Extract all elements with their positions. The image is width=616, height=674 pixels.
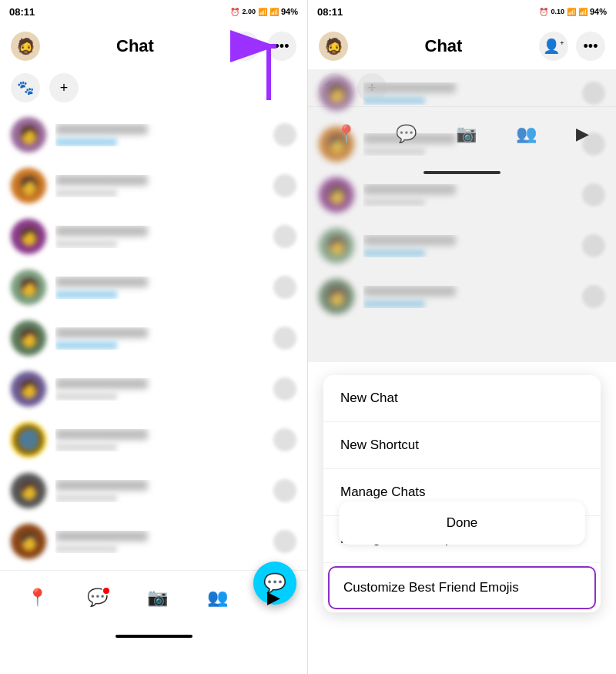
- chat-item[interactable]: 🧑: [0, 262, 307, 313]
- chat-badge: [102, 586, 111, 595]
- avatar: 🧑: [11, 219, 46, 254]
- nav-camera[interactable]: 📷: [147, 588, 168, 608]
- chat-item[interactable]: 🧑: [0, 160, 307, 211]
- chat-item[interactable]: 🌀: [0, 414, 307, 465]
- left-home-indicator: [116, 635, 192, 638]
- right-header-icons: 👤+ •••: [539, 32, 605, 61]
- right-more-icon: •••: [584, 39, 598, 55]
- chat-name: [55, 378, 148, 389]
- chat-name: [55, 531, 148, 542]
- chat-item[interactable]: 🧑: [0, 313, 307, 364]
- data-icon-right: 0.10: [551, 8, 564, 15]
- left-header-icons: 👤+ •••: [230, 32, 296, 61]
- chat-item[interactable]: 🧑: [0, 516, 307, 567]
- chat-time: [273, 479, 296, 502]
- signal-icon-right: 📶: [578, 8, 588, 16]
- signal-icon: 📶: [270, 8, 279, 16]
- right-time: 08:11: [317, 6, 343, 18]
- nav-chat[interactable]: 💬: [87, 588, 108, 608]
- right-panel: 08:11 ⏰ 0.10 📶 📶 94% 🧔 Chat 👤+ ••• 🐾 +: [308, 0, 616, 674]
- chat-name: [55, 277, 148, 287]
- avatar: 🧑: [11, 473, 46, 508]
- left-status-bar: 08:11 ⏰ 2.00 📶 📶 94%: [0, 0, 307, 23]
- chat-item[interactable]: 🧑: [0, 364, 307, 414]
- new-chat-item[interactable]: New Chat: [323, 375, 601, 422]
- chat-preview: [55, 494, 117, 502]
- avatar: 🧑: [11, 168, 46, 203]
- alarm-icon-right: ⏰: [539, 8, 548, 16]
- map-icon: 📍: [27, 588, 48, 608]
- right-avatar[interactable]: 🧔: [319, 32, 348, 61]
- customize-emojis-item[interactable]: Customize Best Friend Emojis: [328, 566, 596, 609]
- add-friend-button[interactable]: 👤+: [230, 32, 259, 61]
- right-status-bar: 08:11 ⏰ 0.10 📶 📶 94%: [308, 0, 616, 23]
- chat-time: [273, 377, 296, 401]
- chat-preview: [55, 392, 117, 401]
- battery-right: 94%: [590, 7, 607, 16]
- dropdown-menu: New Chat New Shortcut Manage Chats Manag…: [323, 375, 601, 612]
- avatar: 🧑: [11, 371, 46, 407]
- more-options-button[interactable]: •••: [267, 32, 296, 61]
- plus-icon: +: [60, 80, 69, 96]
- chat-time: [273, 123, 296, 146]
- avatar: 🌀: [11, 422, 46, 458]
- left-header: 🧔 Chat 👤+ •••: [0, 23, 307, 69]
- chat-item[interactable]: 🧑: [0, 465, 307, 516]
- wifi-icon: 📶: [258, 8, 267, 16]
- left-panel: 08:11 ⏰ 2.00 📶 📶 94% 🧔 Chat 👤+ •••: [0, 0, 308, 674]
- left-status-icons: ⏰ 2.00 📶 📶 94%: [230, 7, 298, 16]
- camera-icon: 📷: [147, 588, 168, 608]
- chat-time: [273, 276, 296, 299]
- avatar: 🧑: [11, 117, 46, 153]
- battery-left: 94%: [281, 7, 298, 16]
- new-story-button[interactable]: +: [49, 73, 79, 102]
- done-button[interactable]: Done: [339, 501, 585, 545]
- right-title: Chat: [425, 36, 463, 56]
- chat-preview: [55, 443, 117, 451]
- avatar: 🧑: [11, 320, 46, 356]
- chat-info: [55, 327, 264, 350]
- left-sub-header: 🐾 +: [0, 69, 307, 106]
- right-header: 🧔 Chat 👤+ •••: [308, 23, 616, 69]
- chat-name: [55, 175, 148, 186]
- chat-info: [55, 531, 264, 553]
- chat-item[interactable]: 🧑: [0, 109, 307, 160]
- dropdown-overlay: [308, 69, 616, 362]
- chat-preview: [55, 290, 117, 299]
- chat-name: [55, 226, 148, 236]
- stories-icon: 🐾: [17, 79, 34, 96]
- chat-preview: [55, 138, 117, 146]
- chat-name: [55, 480, 148, 491]
- chat-info: [55, 378, 264, 401]
- more-icon: •••: [275, 39, 290, 55]
- chat-item[interactable]: 🧑: [0, 211, 307, 262]
- right-more-button[interactable]: •••: [576, 32, 605, 61]
- chat-preview: [55, 189, 117, 197]
- discover-icon: ▶: [267, 588, 280, 608]
- left-title: Chat: [116, 36, 154, 56]
- alarm-icon: ⏰: [230, 8, 239, 16]
- chat-preview: [55, 240, 117, 248]
- avatar: 🧑: [11, 524, 46, 559]
- left-avatar[interactable]: 🧔: [11, 32, 40, 61]
- chat-time: [273, 174, 296, 197]
- wifi-icon-right: 📶: [567, 8, 576, 16]
- chat-info: [55, 226, 264, 248]
- chat-info: [55, 175, 264, 197]
- nav-friends[interactable]: 👥: [207, 588, 228, 608]
- data-icon: 2.00: [242, 8, 256, 15]
- chat-time: [273, 530, 296, 553]
- stories-button[interactable]: 🐾: [11, 73, 40, 102]
- chat-name: [55, 327, 148, 338]
- chat-info: [55, 480, 264, 502]
- avatar: 🧑: [11, 270, 46, 305]
- chat-info: [55, 277, 264, 299]
- nav-map[interactable]: 📍: [27, 588, 48, 608]
- new-shortcut-item[interactable]: New Shortcut: [323, 422, 601, 469]
- right-add-friend-button[interactable]: 👤+: [539, 32, 568, 61]
- chat-time: [273, 225, 296, 248]
- chat-info: [55, 124, 264, 146]
- chat-name: [55, 124, 148, 135]
- nav-discover[interactable]: ▶: [267, 588, 280, 608]
- left-time: 08:11: [9, 6, 35, 18]
